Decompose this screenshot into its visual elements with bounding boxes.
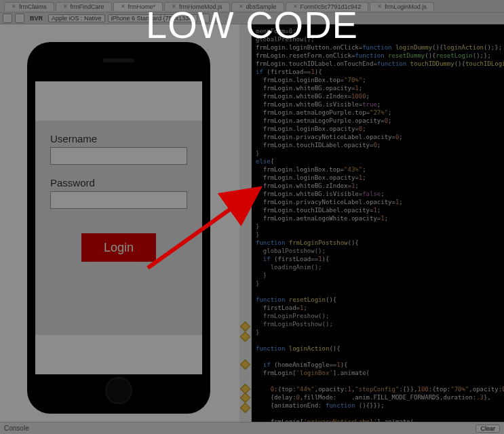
headline-text: LOW CODE xyxy=(0,3,504,47)
password-input[interactable] xyxy=(50,191,187,209)
warning-icon xyxy=(240,359,251,370)
warning-icon xyxy=(240,403,251,414)
warning-icon xyxy=(240,332,251,342)
code-gutter xyxy=(239,24,252,422)
designer-pane: Username Password Login xyxy=(0,24,239,422)
clear-button[interactable]: Clear xyxy=(476,425,500,433)
console-label: Console xyxy=(4,425,29,432)
phone-screen: Username Password Login xyxy=(35,81,202,374)
warning-icon xyxy=(240,321,251,332)
workspace: Username Password Login menuForm=0; glob… xyxy=(0,24,504,422)
code-editor[interactable]: menuForm=0; globalPreshow(); frmLogin.lo… xyxy=(252,24,504,422)
login-button[interactable]: Login xyxy=(81,233,156,262)
login-form: Username Password Login xyxy=(35,121,202,335)
console-bar: Console Clear xyxy=(0,422,504,434)
code-pane: menuForm=0; globalPreshow(); frmLogin.lo… xyxy=(239,24,504,422)
warning-icon xyxy=(240,393,251,403)
password-label: Password xyxy=(50,177,187,189)
phone-frame: Username Password Login xyxy=(27,42,210,414)
username-input[interactable] xyxy=(50,147,187,165)
username-label: Username xyxy=(50,133,187,144)
